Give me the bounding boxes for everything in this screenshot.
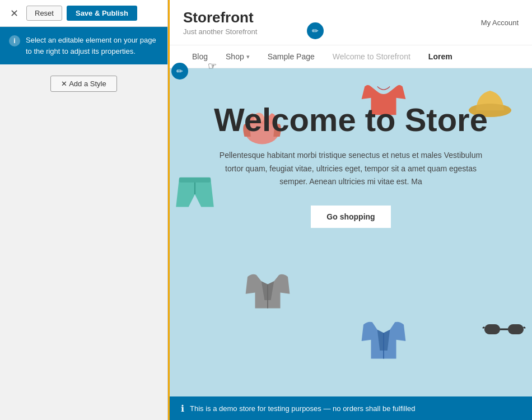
info-text: Select an editable element on your page … <box>26 35 158 57</box>
info-message: i Select an editable element on your pag… <box>0 27 167 64</box>
reset-button[interactable]: Reset <box>26 6 62 21</box>
storefront-nav: Blog Shop ▾ Sample Page Welcome to Store… <box>170 45 532 68</box>
save-publish-button[interactable]: Save & Publish <box>67 6 137 21</box>
site-tagline: Just another Storefront <box>183 27 257 36</box>
storefront-header: Storefront Just another Storefront My Ac… <box>170 0 532 45</box>
svg-rect-5 <box>179 178 211 183</box>
nav-item-sample-page[interactable]: Sample Page <box>259 45 324 68</box>
clothing-illustration-7 <box>482 316 526 346</box>
svg-line-12 <box>524 327 525 328</box>
demo-notice-bar: ℹ This is a demo store for testing purpo… <box>170 396 532 420</box>
nav-item-welcome[interactable]: Welcome to Storefront <box>324 45 419 68</box>
info-icon: i <box>9 35 20 46</box>
pencil-icon: ✏ <box>312 26 319 35</box>
add-style-area: ✕ Add a Style <box>0 64 167 103</box>
chevron-down-icon: ▾ <box>246 53 250 60</box>
clothing-illustration-4 <box>170 169 220 222</box>
pencil-icon: ✏ <box>176 67 183 76</box>
hero-title: Welcome to Store <box>214 102 488 138</box>
site-title: Storefront <box>183 9 257 26</box>
go-shopping-button[interactable]: Go shopping <box>311 206 390 228</box>
close-button[interactable]: ✕ <box>7 6 22 21</box>
edit-nav-button[interactable]: ✏ <box>171 63 188 80</box>
hero-section: Welcome to Store Pellentesque habitant m… <box>170 68 532 396</box>
toolbar: ✕ Reset Save & Publish <box>0 0 167 27</box>
site-branding: Storefront Just another Storefront <box>183 9 257 36</box>
cursor-icon: ☞ <box>208 60 217 72</box>
svg-rect-14 <box>508 324 524 334</box>
my-account-link[interactable]: My Account <box>481 18 519 27</box>
nav-item-shop[interactable]: Shop ▾ <box>217 45 259 68</box>
info-circle-icon: ℹ <box>181 403 184 414</box>
add-style-button[interactable]: ✕ Add a Style <box>50 76 116 92</box>
svg-rect-13 <box>484 324 500 334</box>
svg-line-11 <box>483 327 484 328</box>
edit-header-button[interactable]: ✏ <box>307 22 324 39</box>
demo-notice-text: This is a demo store for testing purpose… <box>190 404 415 413</box>
hero-body-text: Pellentesque habitant morbi tristique se… <box>217 149 486 189</box>
preview-panel: ✏ ✏ Storefront Just another Storefront M… <box>168 0 532 420</box>
customizer-panel: ✕ Reset Save & Publish i Select an edita… <box>0 0 168 420</box>
nav-item-lorem[interactable]: Lorem <box>419 45 461 68</box>
clothing-illustration-5 <box>242 265 293 318</box>
clothing-illustration-6 <box>358 316 409 368</box>
